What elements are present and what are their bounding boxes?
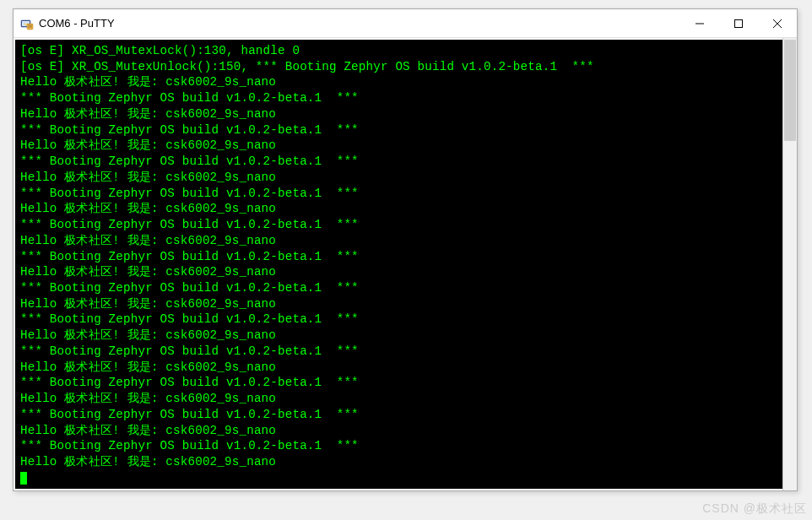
titlebar[interactable]: COM6 - PuTTY <box>14 9 797 38</box>
terminal-line: Hello 极术社区! 我是: csk6002_9s_nano <box>20 296 790 312</box>
terminal-line: [os E] XR_OS_MutexUnlock():150, *** Boot… <box>20 59 790 75</box>
terminal-line: Hello 极术社区! 我是: csk6002_9s_nano <box>20 201 790 217</box>
terminal-line: *** Booting Zephyr OS build v1.0.2-beta.… <box>20 186 790 202</box>
terminal-line: Hello 极术社区! 我是: csk6002_9s_nano <box>20 170 790 186</box>
terminal-line: *** Booting Zephyr OS build v1.0.2-beta.… <box>20 311 790 328</box>
terminal-line: *** Booting Zephyr OS build v1.0.2-beta.… <box>20 249 790 265</box>
vertical-scrollbar[interactable] <box>782 38 797 490</box>
terminal-area[interactable]: [os E] XR_OS_MutexLock():130, handle 0[o… <box>15 40 795 489</box>
terminal-line: Hello 极术社区! 我是: csk6002_9s_nano <box>20 138 790 154</box>
terminal-line: Hello 极术社区! 我是: csk6002_9s_nano <box>20 264 790 280</box>
terminal-line: Hello 极术社区! 我是: csk6002_9s_nano <box>20 328 790 344</box>
terminal-line: *** Booting Zephyr OS build v1.0.2-beta.… <box>20 122 790 138</box>
terminal-line: *** Booting Zephyr OS build v1.0.2-beta.… <box>20 217 790 233</box>
scrollbar-thumb[interactable] <box>784 40 796 141</box>
window-controls <box>680 9 797 37</box>
terminal-line: Hello 极术社区! 我是: csk6002_9s_nano <box>20 360 790 376</box>
cursor-block <box>20 472 27 485</box>
terminal-cursor-line <box>20 470 790 486</box>
terminal-line: Hello 极术社区! 我是: csk6002_9s_nano <box>20 233 790 249</box>
terminal-line: *** Booting Zephyr OS build v1.0.2-beta.… <box>20 90 790 106</box>
terminal-line: [os E] XR_OS_MutexLock():130, handle 0 <box>20 43 790 59</box>
svg-rect-6 <box>735 19 743 27</box>
terminal-line: *** Booting Zephyr OS build v1.0.2-beta.… <box>20 344 790 360</box>
window-title: COM6 - PuTTY <box>39 17 115 30</box>
terminal-line: *** Booting Zephyr OS build v1.0.2-beta.… <box>20 407 790 423</box>
terminal-line: Hello 极术社区! 我是: csk6002_9s_nano <box>20 106 790 122</box>
terminal-line: *** Booting Zephyr OS build v1.0.2-beta.… <box>20 154 790 170</box>
titlebar-left: COM6 - PuTTY <box>14 17 115 30</box>
watermark-text: CSDN @极术社区 <box>702 501 807 517</box>
terminal-line: *** Booting Zephyr OS build v1.0.2-beta.… <box>20 438 790 454</box>
terminal-line: Hello 极术社区! 我是: csk6002_9s_nano <box>20 74 790 90</box>
terminal-line: Hello 极术社区! 我是: csk6002_9s_nano <box>20 391 790 407</box>
putty-window: COM6 - PuTTY [os E] XR_OS_MutexLock():13… <box>13 8 798 491</box>
terminal-line: Hello 极术社区! 我是: csk6002_9s_nano <box>20 423 790 439</box>
minimize-button[interactable] <box>680 9 719 37</box>
terminal-line: *** Booting Zephyr OS build v1.0.2-beta.… <box>20 280 790 296</box>
putty-icon <box>20 17 34 30</box>
close-button[interactable] <box>758 9 797 37</box>
terminal-line: *** Booting Zephyr OS build v1.0.2-beta.… <box>20 375 790 391</box>
terminal-line: Hello 极术社区! 我是: csk6002_9s_nano <box>20 454 790 470</box>
maximize-button[interactable] <box>719 9 758 37</box>
svg-rect-2 <box>27 24 33 30</box>
